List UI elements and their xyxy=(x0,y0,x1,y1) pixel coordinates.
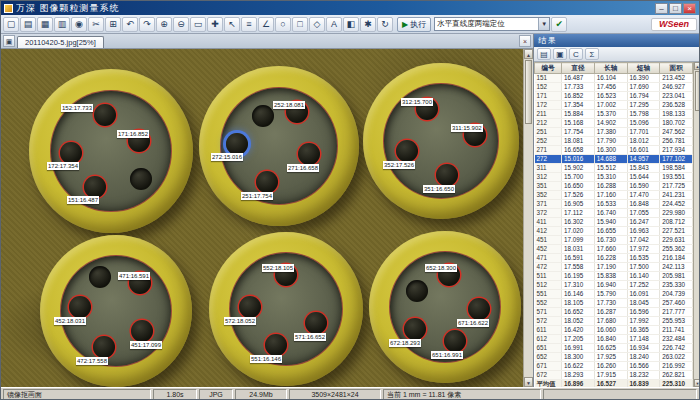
table-row[interactable]: 27215.01614.68814.957177.102 xyxy=(535,155,693,164)
open-folder-icon[interactable]: ▤ xyxy=(20,17,36,32)
table-row[interactable]: 45218.03117.66017.972255.362 xyxy=(535,245,693,254)
canvas-vscrollbar[interactable]: ▲ ▼ xyxy=(523,49,533,387)
polygon-tool-icon[interactable]: ◇ xyxy=(309,17,325,32)
disc[interactable]: 652:18.300671:16.622672:18.293651:16.991 xyxy=(369,231,521,383)
apply-check-icon[interactable]: ✔ xyxy=(551,17,567,32)
tabbar-menu-icon[interactable]: ▣ xyxy=(3,35,15,47)
scroll-down-icon[interactable]: ▼ xyxy=(524,377,533,387)
results-scroll-thumb[interactable] xyxy=(695,71,700,111)
measured-hole[interactable] xyxy=(69,296,91,318)
table-row[interactable]: 37116.90516.53316.848224.452 xyxy=(535,200,693,209)
measured-hole[interactable] xyxy=(84,176,106,198)
panel-clear-icon[interactable]: C xyxy=(569,48,583,60)
zoom-out-icon[interactable]: ⊖ xyxy=(173,17,189,32)
canvas-scroll-thumb[interactable] xyxy=(525,60,532,124)
measured-hole[interactable] xyxy=(252,105,274,127)
measured-hole[interactable] xyxy=(396,140,418,162)
measured-hole[interactable] xyxy=(298,143,320,165)
table-row[interactable]: 17116.85216.52316.794223.041 xyxy=(535,92,693,101)
summary-row[interactable]: 平均值16.89616.52716.839225.310 xyxy=(535,380,693,388)
measured-hole[interactable] xyxy=(131,320,153,342)
new-file-icon[interactable]: ▢ xyxy=(3,17,19,32)
table-row[interactable]: 41217.02016.65516.963227.521 xyxy=(535,227,693,236)
scroll-up-icon[interactable]: ▲ xyxy=(524,49,533,59)
results-vscrollbar[interactable]: ▲ ▼ xyxy=(693,62,700,387)
angle-icon[interactable]: ∠ xyxy=(258,17,274,32)
measured-hole[interactable] xyxy=(468,298,490,320)
measured-hole[interactable] xyxy=(256,171,278,193)
column-header[interactable]: 短轴 xyxy=(627,63,660,74)
table-row[interactable]: 61116.42016.06016.365211.741 xyxy=(535,326,693,335)
measured-hole[interactable] xyxy=(265,334,287,356)
measured-hole[interactable] xyxy=(93,336,115,358)
zoom-fit-icon[interactable]: ▭ xyxy=(190,17,206,32)
ruler-icon[interactable]: ≡ xyxy=(241,17,257,32)
table-row[interactable]: 67116.62216.26016.566216.992 xyxy=(535,362,693,371)
table-row[interactable]: 61217.20516.84017.148232.484 xyxy=(535,335,693,344)
measured-hole[interactable] xyxy=(406,280,428,302)
disc[interactable]: 312:15.700311:15.902352:17.526351:16.650 xyxy=(363,63,519,219)
undo-icon[interactable]: ↶ xyxy=(122,17,138,32)
table-row[interactable]: 37217.11216.74017.055229.980 xyxy=(535,209,693,218)
table-row[interactable]: 51217.31016.94017.252235.330 xyxy=(535,281,693,290)
disc[interactable]: 152:17.733172:17.354171:16.852151:16.487 xyxy=(29,69,193,233)
zoom-in-icon[interactable]: ⊕ xyxy=(156,17,172,32)
table-row[interactable]: 25117.75417.38017.701247.562 xyxy=(535,128,693,137)
measured-hole[interactable] xyxy=(60,142,82,164)
measured-hole[interactable] xyxy=(89,266,111,288)
table-row[interactable]: 25218.08117.79018.012256.781 xyxy=(535,137,693,146)
circle-tool-icon[interactable]: ○ xyxy=(275,17,291,32)
column-header[interactable]: 直径 xyxy=(562,63,595,74)
select-icon[interactable]: ↖ xyxy=(224,17,240,32)
measured-hole[interactable] xyxy=(404,318,426,340)
table-row[interactable]: 15217.73317.45617.690246.927 xyxy=(535,83,693,92)
table-row[interactable]: 35217.52617.16017.470241.231 xyxy=(535,191,693,200)
settings-icon[interactable]: ✱ xyxy=(360,17,376,32)
mode-dropdown[interactable]: 水平直线度两端定位 ▼ xyxy=(434,17,550,31)
table-row[interactable]: 15116.48716.10416.390213.452 xyxy=(535,74,693,83)
color-icon[interactable]: ◧ xyxy=(343,17,359,32)
table-row[interactable]: 51116.19515.83816.140205.981 xyxy=(535,272,693,281)
rect-tool-icon[interactable]: □ xyxy=(292,17,308,32)
measured-hole[interactable] xyxy=(94,104,116,126)
table-row[interactable]: 65116.99116.62516.934226.742 xyxy=(535,344,693,353)
disc[interactable]: 471:16.591452:18.031451:17.099472:17.558 xyxy=(40,235,192,387)
table-row[interactable]: 57218.05217.68017.992255.953 xyxy=(535,317,693,326)
results-scroll-up-icon[interactable]: ▲ xyxy=(694,62,700,70)
table-row[interactable]: 55218.10517.73018.045257.460 xyxy=(535,299,693,308)
measured-hole[interactable] xyxy=(239,296,261,318)
measured-hole[interactable] xyxy=(226,133,248,155)
text-tool-icon[interactable]: A xyxy=(326,17,342,32)
pan-icon[interactable]: ✚ xyxy=(207,17,223,32)
table-row[interactable]: 35116.65016.28816.590217.725 xyxy=(535,182,693,191)
copy-icon[interactable]: ⊞ xyxy=(105,17,121,32)
table-row[interactable]: 45117.09916.73017.042229.631 xyxy=(535,236,693,245)
table-row[interactable]: 57116.65216.28716.596217.777 xyxy=(535,308,693,317)
table-row[interactable]: 21115.88415.37015.798198.133 xyxy=(535,110,693,119)
measured-hole[interactable] xyxy=(444,330,466,352)
results-scroll-down-icon[interactable]: ▼ xyxy=(694,379,700,387)
tab-image[interactable]: 20110420-5.jpg[25%] xyxy=(17,36,104,48)
table-row[interactable]: 17217.35417.00217.295236.528 xyxy=(535,101,693,110)
table-row[interactable]: 55116.14615.79016.091204.739 xyxy=(535,290,693,299)
table-row[interactable]: 47217.55817.19017.500242.113 xyxy=(535,263,693,272)
disc[interactable]: 252:18.081272:15.016271:16.658251:17.754 xyxy=(199,66,359,226)
maximize-button[interactable]: □ xyxy=(669,3,682,14)
column-header[interactable]: 长轴 xyxy=(594,63,627,74)
disc[interactable]: 552:18.105572:18.052571:16.652551:16.146 xyxy=(209,232,363,386)
table-row[interactable]: 67218.29317.91518.232262.821 xyxy=(535,371,693,380)
camera-icon[interactable]: ◉ xyxy=(71,17,87,32)
column-header[interactable]: 编号 xyxy=(535,63,562,74)
panel-copy-icon[interactable]: ▣ xyxy=(553,48,567,60)
measured-hole[interactable] xyxy=(436,164,458,186)
tab-close-icon[interactable]: × xyxy=(519,35,531,47)
refresh-icon[interactable]: ↻ xyxy=(377,17,393,32)
table-row[interactable]: 21215.16814.90215.096180.702 xyxy=(535,119,693,128)
panel-print-icon[interactable]: ▤ xyxy=(537,48,551,60)
column-header[interactable]: 面积 xyxy=(660,63,693,74)
measured-hole[interactable] xyxy=(130,168,152,190)
table-row[interactable]: 47116.59116.22816.535216.184 xyxy=(535,254,693,263)
save-icon[interactable]: ▦ xyxy=(37,17,53,32)
table-row[interactable]: 41116.30215.94016.247208.712 xyxy=(535,218,693,227)
print-icon[interactable]: ▥ xyxy=(54,17,70,32)
